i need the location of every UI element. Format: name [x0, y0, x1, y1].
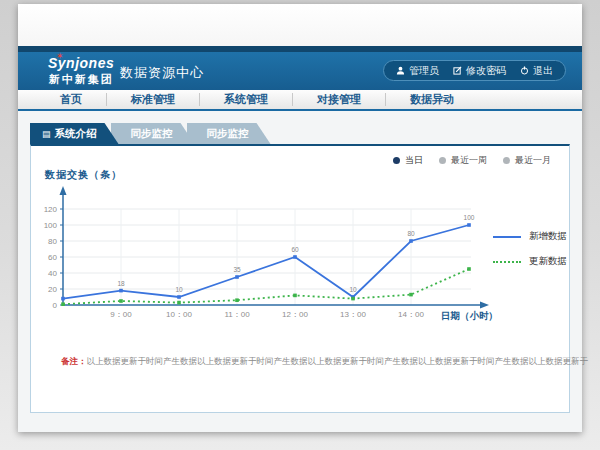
- chart-panel: 当日 最近一周 最近一月 数据交换（条） 0204060801001209：00…: [30, 144, 570, 413]
- main-nav: 首页 标准管理 系统管理 对接管理 数据异动: [18, 90, 582, 109]
- legend-item-new-data: 新增数据: [493, 230, 567, 243]
- range-filter: 当日 最近一周 最近一月: [393, 154, 551, 167]
- dotted-line-swatch-icon: [493, 261, 521, 263]
- nav-item-home[interactable]: 首页: [36, 93, 107, 106]
- page-top-margin: [18, 4, 582, 46]
- radio-today[interactable]: 当日: [393, 154, 423, 167]
- data-point: [61, 297, 65, 301]
- footnote: 备注：以上数据更新于时间产生数据以上数据更新于时间产生数据以上数据更新于时间产生…: [61, 356, 588, 368]
- x-tick-label: 11：00: [224, 310, 250, 319]
- y-tick-label: 40: [48, 269, 57, 278]
- y-axis-title: 数据交换（条）: [45, 168, 122, 182]
- radio-dot-icon: [503, 157, 510, 164]
- nav-item-system-mgmt[interactable]: 系统管理: [200, 93, 293, 106]
- y-tick-label: 100: [44, 221, 58, 230]
- y-tick-label: 120: [44, 205, 58, 214]
- radio-last-week[interactable]: 最近一周: [439, 154, 487, 167]
- user-toolbar: 管理员 修改密码 退出: [383, 60, 566, 81]
- change-password-button[interactable]: 修改密码: [453, 64, 506, 78]
- data-point-label: 10: [175, 286, 183, 293]
- edit-icon: [453, 66, 462, 75]
- y-tick-label: 0: [53, 301, 58, 310]
- radio-dot-icon: [439, 157, 446, 164]
- data-point-label: 60: [291, 246, 299, 253]
- x-axis-arrow-icon: [480, 302, 489, 309]
- data-point: [467, 267, 471, 271]
- radio-dot-icon: [393, 157, 400, 164]
- data-point: [177, 301, 181, 305]
- data-point-label: 10: [349, 286, 357, 293]
- tab-system-intro[interactable]: ▤系统介绍: [30, 123, 119, 144]
- legend-item-update-data: 更新数据: [493, 255, 567, 268]
- x-tick-label: 13：00: [340, 310, 366, 319]
- x-tick-label: 14：00: [398, 310, 424, 319]
- data-point-label: 80: [407, 230, 415, 237]
- data-point-label: 18: [117, 280, 125, 287]
- y-tick-label: 80: [48, 237, 57, 246]
- data-point: [177, 295, 181, 299]
- x-tick-label: 10：00: [166, 310, 192, 319]
- data-point: [409, 239, 413, 243]
- data-point: [351, 297, 355, 301]
- x-axis-title: 日期（小时）: [441, 310, 498, 322]
- tab-sync-monitor-1[interactable]: 同步监控: [111, 123, 195, 144]
- data-point: [61, 302, 65, 306]
- data-point: [293, 255, 297, 259]
- data-point: [235, 298, 239, 302]
- data-point: [119, 299, 123, 303]
- solid-line-swatch-icon: [493, 236, 521, 238]
- tab-bar: ▤系统介绍 同步监控 同步监控: [30, 123, 271, 144]
- app-window: ✶ Synjones 新中新集团 数据资源中心 管理员 修改密码 退出 首页 标…: [18, 4, 582, 432]
- data-point: [119, 289, 123, 293]
- footnote-prefix: 备注：: [61, 356, 87, 366]
- y-tick-label: 60: [48, 253, 57, 262]
- logo: ✶ Synjones 新中新集团: [48, 55, 114, 87]
- data-point: [293, 294, 297, 298]
- footnote-text: 以上数据更新于时间产生数据以上数据更新于时间产生数据以上数据更新于时间产生数据以…: [87, 356, 589, 366]
- data-point-label: 35: [233, 266, 241, 273]
- tab-sync-monitor-2[interactable]: 同步监控: [187, 123, 271, 144]
- logo-star-icon: ✶: [56, 51, 64, 61]
- y-tick-label: 20: [48, 285, 57, 294]
- chart-legend: 新增数据 更新数据: [493, 230, 567, 268]
- content-area: ▤系统介绍 同步监控 同步监控 当日 最近一周 最近一月 数据交换（条） 020…: [18, 111, 582, 432]
- document-icon: ▤: [42, 129, 51, 139]
- logo-wordmark: ✶ Synjones: [48, 55, 114, 71]
- chart: 0204060801001209：0010：0011：0012：0013：001…: [31, 182, 569, 342]
- user-icon: [396, 66, 405, 75]
- header: ✶ Synjones 新中新集团 数据资源中心 管理员 修改密码 退出: [18, 52, 582, 90]
- logo-company-name: 新中新集团: [48, 72, 114, 87]
- x-tick-label: 12：00: [282, 310, 308, 319]
- power-icon: [520, 66, 529, 75]
- chart-container: 0204060801001209：0010：0011：0012：0013：001…: [31, 182, 569, 342]
- x-tick-label: 9：00: [110, 310, 132, 319]
- data-point: [467, 223, 471, 227]
- radio-last-month[interactable]: 最近一月: [503, 154, 551, 167]
- nav-item-standard-mgmt[interactable]: 标准管理: [107, 93, 200, 106]
- y-axis-arrow-icon: [60, 186, 67, 195]
- data-point: [409, 293, 413, 297]
- data-point-label: 100: [464, 214, 475, 221]
- nav-item-interface-mgmt[interactable]: 对接管理: [293, 93, 386, 106]
- logout-button[interactable]: 退出: [520, 64, 553, 78]
- data-point: [235, 275, 239, 279]
- current-user-button[interactable]: 管理员: [396, 64, 439, 78]
- page-title: 数据资源中心: [120, 64, 204, 82]
- nav-item-data-change[interactable]: 数据异动: [386, 93, 478, 106]
